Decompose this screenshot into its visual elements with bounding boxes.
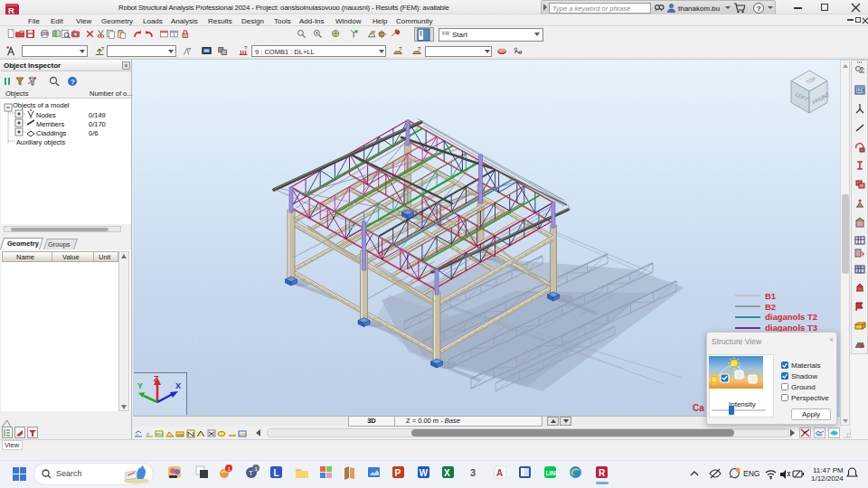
svg-text:?: ?	[71, 78, 75, 86]
svg-text:?: ?	[244, 45, 248, 51]
svg-text:3: 3	[470, 467, 476, 478]
svg-text:?: ?	[418, 46, 421, 52]
svg-text:Y: Y	[137, 381, 143, 390]
svg-text:?: ?	[757, 4, 761, 12]
svg-text:LINE: LINE	[546, 470, 559, 476]
svg-text:W: W	[420, 468, 429, 478]
svg-text:X: X	[444, 468, 450, 478]
svg-text:A: A	[496, 468, 503, 478]
svg-text:999: 999	[177, 433, 184, 437]
svg-text:L: L	[274, 468, 279, 478]
svg-text:123: 123	[240, 432, 246, 436]
svg-text:n: n	[136, 432, 138, 437]
svg-text:X: X	[175, 381, 181, 390]
svg-text:123: 123	[856, 88, 864, 93]
svg-text:?: ?	[188, 47, 192, 52]
svg-text:M12: M12	[156, 432, 165, 436]
svg-text:?: ?	[101, 46, 105, 52]
svg-text:Z: Z	[154, 374, 159, 383]
svg-text:T: T	[249, 469, 253, 477]
svg-text:R: R	[599, 468, 606, 478]
svg-text:R: R	[8, 5, 14, 15]
svg-text:n: n	[146, 431, 149, 436]
svg-text:P: P	[395, 468, 401, 478]
svg-text:?: ?	[399, 46, 402, 52]
